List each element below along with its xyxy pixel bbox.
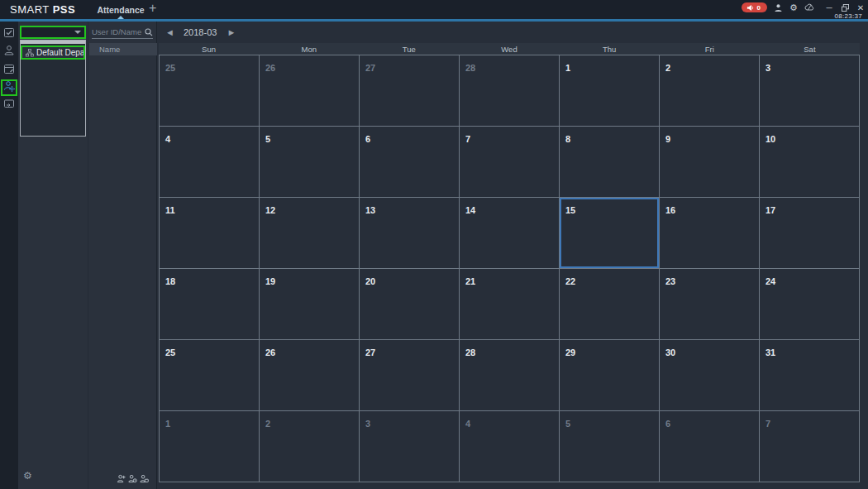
day-number: 18	[165, 276, 175, 286]
calendar-day-cell[interactable]: 5	[560, 411, 659, 482]
day-number: 11	[165, 205, 175, 215]
month-navigator: ◄ 2018-03 ►	[165, 27, 235, 37]
calendar-day-cell[interactable]: 2	[260, 411, 359, 482]
report-card-icon	[3, 98, 15, 113]
calendar-day-cell[interactable]: 11	[160, 198, 259, 268]
calendar-day-cell[interactable]: 8	[560, 127, 659, 197]
dropdown-blank-option[interactable]	[21, 41, 85, 44]
smartpss-window: SMART PSS Attendance + 0 ⚙ ─	[0, 0, 868, 489]
close-icon[interactable]: ✕	[856, 3, 865, 12]
calendar-grid: 2526272812345678910111213141516171819202…	[159, 55, 860, 482]
calendar-day-cell[interactable]: 29	[560, 340, 659, 410]
tab-attendance[interactable]: Attendance	[97, 5, 144, 15]
sidebar-item-personnel[interactable]	[0, 43, 18, 61]
calendar-day-cell[interactable]: 13	[360, 198, 459, 268]
day-number: 7	[465, 134, 470, 144]
day-number: 5	[265, 134, 270, 144]
minimize-icon[interactable]: ─	[825, 3, 833, 12]
calendar-day-cell[interactable]: 7	[760, 411, 859, 482]
cloud-icon[interactable]	[804, 2, 814, 12]
calendar-day-cell[interactable]: 4	[160, 127, 259, 197]
alarm-badge[interactable]: 0	[742, 2, 767, 12]
day-number: 14	[465, 205, 475, 215]
calendar-day-cell[interactable]: 24	[760, 269, 859, 339]
department-dropdown[interactable]	[20, 26, 86, 39]
day-number: 28	[465, 348, 475, 357]
calendar-day-cell[interactable]: 1	[560, 55, 659, 126]
attendance-check-icon	[3, 26, 15, 41]
calendar-day-cell[interactable]: 28	[460, 340, 559, 410]
person-clock-icon[interactable]	[128, 472, 137, 487]
calendar-day-cell[interactable]: 25	[160, 55, 259, 126]
day-number: 3	[765, 63, 770, 73]
dow-header: Fri	[660, 43, 760, 55]
calendar-day-cell[interactable]: 23	[660, 269, 759, 339]
chevron-down-icon	[74, 31, 81, 34]
calendar-day-cell[interactable]: 17	[760, 198, 859, 268]
calendar-day-cell[interactable]: 22	[560, 269, 659, 339]
dropdown-item-default-department[interactable]: Default Department	[21, 46, 85, 60]
calendar-day-cell[interactable]: 6	[360, 127, 459, 197]
calendar-day-cell[interactable]: 26	[260, 55, 359, 126]
calendar-day-cell[interactable]: 30	[660, 340, 759, 410]
calendar-day-cell[interactable]: 20	[360, 269, 459, 339]
new-tab-button[interactable]: +	[149, 1, 156, 16]
calendar-day-cell[interactable]: 6	[660, 411, 759, 482]
day-number: 22	[565, 276, 575, 286]
gear-icon[interactable]: ⚙	[23, 470, 32, 482]
calendar-day-cell[interactable]: 18	[160, 269, 259, 339]
calendar-day-cell[interactable]: 9	[660, 127, 759, 197]
search-input[interactable]	[92, 27, 143, 36]
calendar-day-cell[interactable]: 15	[560, 198, 659, 268]
calendar-day-cell[interactable]: 27	[360, 55, 459, 126]
calendar-day-cell[interactable]: 31	[760, 340, 859, 410]
dow-header: Thu	[560, 43, 660, 55]
calendar-day-cell[interactable]: 28	[460, 55, 559, 126]
calendar-day-cell[interactable]: 25	[160, 340, 259, 410]
calendar-day-cell[interactable]: 7	[460, 127, 559, 197]
speaker-icon	[746, 4, 754, 12]
sidebar-item-user-management[interactable]	[1, 79, 17, 96]
day-number: 2	[265, 419, 270, 429]
user-search-box	[92, 26, 153, 39]
person-card-icon[interactable]	[140, 472, 149, 487]
day-number: 31	[765, 348, 775, 357]
day-number: 28	[465, 63, 475, 73]
dow-header: Tue	[359, 43, 459, 55]
add-person-icon[interactable]	[117, 472, 126, 487]
day-number: 17	[765, 205, 775, 215]
calendar-day-cell[interactable]: 14	[460, 198, 559, 268]
sidebar-item-schedule[interactable]	[0, 61, 18, 79]
calendar-day-cell[interactable]: 5	[260, 127, 359, 197]
month-label: 2018-03	[184, 27, 217, 37]
calendar-day-cell[interactable]: 3	[760, 55, 859, 126]
calendar-day-cell[interactable]: 1	[160, 411, 259, 482]
calendar-day-cell[interactable]: 12	[260, 198, 359, 268]
calendar-day-cell[interactable]: 3	[360, 411, 459, 482]
calendar-day-cell[interactable]: 26	[260, 340, 359, 410]
calendar-day-cell[interactable]: 27	[360, 340, 459, 410]
prev-month-icon[interactable]: ◄	[165, 27, 174, 37]
search-icon[interactable]	[145, 25, 153, 40]
calendar-day-cell[interactable]: 21	[460, 269, 559, 339]
calendar-day-cell[interactable]: 10	[760, 127, 859, 197]
calendar-day-cell[interactable]: 19	[260, 269, 359, 339]
calendar-day-cell[interactable]: 2	[660, 55, 759, 126]
user-icon[interactable]	[773, 2, 783, 12]
day-number: 10	[765, 134, 775, 144]
day-number: 27	[365, 348, 375, 357]
sidebar-item-attendance-record[interactable]	[0, 25, 18, 43]
day-number: 3	[365, 419, 370, 429]
titlebar: SMART PSS Attendance + 0 ⚙ ─	[0, 0, 868, 19]
calendar-day-cell[interactable]: 16	[660, 198, 759, 268]
day-number: 12	[265, 205, 275, 215]
dow-header: Sun	[159, 43, 259, 55]
day-number: 5	[565, 419, 570, 429]
day-number: 24	[765, 276, 775, 286]
day-number: 1	[165, 419, 170, 429]
restore-icon[interactable]	[841, 3, 849, 12]
next-month-icon[interactable]: ►	[227, 27, 235, 37]
sidebar-item-report[interactable]	[0, 96, 18, 114]
calendar-day-cell[interactable]: 4	[460, 411, 559, 482]
gear-icon[interactable]: ⚙	[789, 2, 799, 12]
